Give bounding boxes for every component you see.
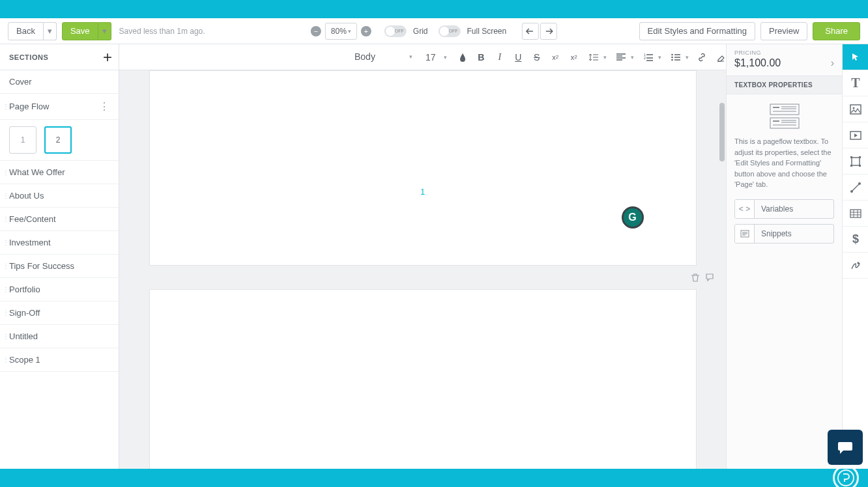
- pricing-value-row[interactable]: $1,100.00 ›: [727, 56, 842, 76]
- italic-button[interactable]: I: [495, 51, 506, 64]
- variables-icon: < >: [735, 200, 755, 218]
- table-tool[interactable]: [843, 201, 868, 227]
- zoom-level[interactable]: 80%▾: [325, 23, 357, 40]
- canvas-area[interactable]: 1 G Click to add c...: [119, 70, 726, 469]
- drag-handle-icon[interactable]: ⋮⋮: [3, 241, 17, 245]
- text-style-select[interactable]: Body▾: [352, 48, 415, 66]
- bullet-list-button[interactable]: [669, 51, 682, 64]
- variables-button[interactable]: < > Variables: [734, 199, 834, 219]
- section-item-untitled[interactable]: ⋮⋮Untitled: [0, 325, 119, 348]
- zoom-out-button[interactable]: −: [311, 26, 321, 36]
- back-button-group: Back ▾: [8, 22, 57, 40]
- pricing-tool[interactable]: $: [843, 227, 868, 253]
- section-item-sign-off[interactable]: ⋮⋮Sign-Off: [0, 301, 119, 325]
- back-button[interactable]: Back: [8, 22, 44, 40]
- document-page-2[interactable]: Click to add c...: [149, 289, 697, 469]
- drag-handle-icon[interactable]: ⋮⋮: [3, 288, 17, 292]
- video-tool[interactable]: [843, 122, 868, 148]
- section-item-cover[interactable]: Cover: [0, 70, 119, 94]
- fullscreen-label: Full Screen: [467, 27, 507, 36]
- section-item-tips[interactable]: ⋮⋮Tips For Success: [0, 255, 119, 278]
- shape-tool[interactable]: [843, 148, 868, 174]
- textbox-properties-description: This is a pageflow textbox. To adjust it…: [734, 136, 834, 190]
- section-item-what-we-offer[interactable]: ⋮⋮What We Offer: [0, 161, 119, 184]
- page-thumb-2[interactable]: 2: [44, 126, 72, 154]
- format-toolbar: Body▾ 17▾ B I U S x2 x2 ▾: [119, 44, 726, 70]
- document-page-1[interactable]: 1 G: [149, 70, 697, 266]
- undo-button[interactable]: [522, 23, 539, 40]
- snippets-icon: [735, 225, 755, 243]
- pricing-value: $1,100.00: [734, 57, 781, 69]
- save-dropdown[interactable]: ▾: [98, 22, 111, 40]
- share-button[interactable]: Share: [813, 22, 860, 40]
- drag-handle-icon[interactable]: ⋮⋮: [3, 171, 17, 174]
- link-button[interactable]: [697, 51, 708, 64]
- grid-toggle[interactable]: OFF: [384, 25, 407, 37]
- drag-handle-icon[interactable]: ⋮⋮: [3, 194, 17, 198]
- svg-line-29: [852, 184, 859, 191]
- right-tool-strip: T $: [842, 44, 868, 469]
- delete-page-icon[interactable]: [691, 273, 700, 282]
- subscript-button[interactable]: x2: [550, 51, 561, 64]
- preview-button[interactable]: Preview: [760, 22, 807, 40]
- zoom-controls: − 80%▾ + OFF Grid OFF Full Screen: [311, 23, 557, 40]
- section-item-scope-1[interactable]: ⋮⋮Scope 1: [0, 348, 119, 372]
- properties-panel: PRICING $1,100.00 › TEXTBOX PROPERTIES: [726, 44, 842, 469]
- drag-handle-icon[interactable]: ⋮⋮: [3, 358, 17, 362]
- text-color-icon[interactable]: [457, 51, 469, 64]
- line-spacing-button[interactable]: [587, 51, 600, 64]
- redo-button[interactable]: [540, 23, 557, 40]
- underline-button[interactable]: U: [513, 51, 524, 64]
- drag-handle-icon[interactable]: ⋮⋮: [3, 264, 17, 268]
- sections-header: SECTIONS: [9, 53, 48, 61]
- section-item-page-flow[interactable]: ⋮⋮ Page Flow ⋮: [0, 94, 119, 120]
- svg-point-3: [671, 56, 673, 58]
- section-item-about-us[interactable]: ⋮⋮About Us: [0, 184, 119, 208]
- section-more-icon[interactable]: ⋮: [99, 100, 109, 113]
- grammarly-icon[interactable]: G: [622, 206, 644, 229]
- svg-rect-22: [852, 158, 860, 165]
- grid-label: Grid: [413, 27, 428, 36]
- ordered-list-button[interactable]: 12: [642, 51, 655, 64]
- edit-styles-button[interactable]: Edit Styles and Formatting: [639, 22, 755, 40]
- saved-status: Saved less than 1m ago.: [119, 27, 205, 36]
- svg-rect-25: [850, 165, 852, 167]
- svg-rect-30: [850, 210, 861, 217]
- text-tool[interactable]: T: [843, 70, 868, 96]
- page-comment-icon[interactable]: [705, 273, 714, 282]
- line-tool[interactable]: [843, 174, 868, 201]
- align-button[interactable]: [615, 51, 628, 64]
- svg-rect-5: [770, 104, 799, 115]
- page-thumb-1[interactable]: 1: [9, 126, 36, 154]
- clear-format-button[interactable]: [716, 51, 727, 64]
- top-toolbar: Back ▾ Save ▾ Saved less than 1m ago. − …: [0, 18, 868, 44]
- page-number: 1: [420, 187, 425, 197]
- save-button[interactable]: Save: [62, 22, 98, 40]
- image-tool[interactable]: [843, 96, 868, 122]
- save-button-group: Save ▾: [62, 22, 111, 40]
- drag-handle-icon[interactable]: ⋮⋮: [3, 335, 17, 339]
- section-item-fee-content[interactable]: ⋮⋮Fee/Content: [0, 208, 119, 231]
- zoom-in-button[interactable]: +: [361, 26, 371, 36]
- pointer-tool[interactable]: [843, 44, 868, 70]
- drag-handle-icon[interactable]: ⋮⋮: [3, 217, 17, 221]
- chevron-right-icon: ›: [831, 57, 834, 69]
- drag-handle-icon[interactable]: ⋮⋮: [3, 105, 17, 109]
- superscript-button[interactable]: x2: [569, 51, 580, 64]
- scrollbar[interactable]: [719, 103, 725, 161]
- strikethrough-button[interactable]: S: [532, 51, 543, 64]
- bold-button[interactable]: B: [476, 51, 487, 64]
- section-item-investment[interactable]: ⋮⋮Investment: [0, 231, 119, 255]
- svg-point-2: [671, 53, 673, 55]
- chat-widget[interactable]: [828, 430, 863, 465]
- section-item-portfolio[interactable]: ⋮⋮Portfolio: [0, 278, 119, 301]
- svg-rect-23: [850, 156, 852, 158]
- font-size-select[interactable]: 17▾: [423, 52, 450, 63]
- back-dropdown[interactable]: ▾: [44, 22, 57, 40]
- snippets-button[interactable]: Snippets: [734, 224, 834, 244]
- drag-handle-icon[interactable]: ⋮⋮: [3, 311, 17, 315]
- signature-tool[interactable]: [843, 253, 868, 279]
- svg-point-35: [838, 470, 854, 486]
- add-section-button[interactable]: +: [103, 48, 112, 66]
- fullscreen-toggle[interactable]: OFF: [439, 25, 461, 37]
